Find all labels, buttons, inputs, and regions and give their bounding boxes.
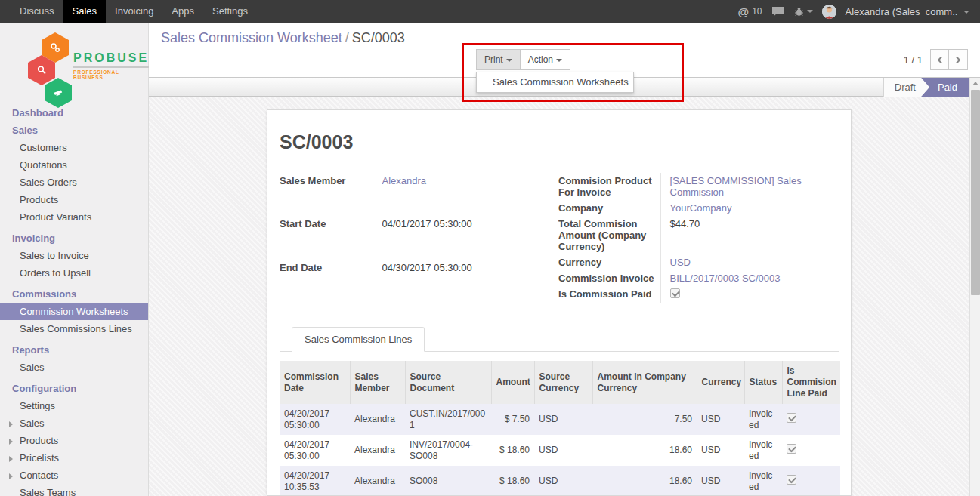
- caret-down-icon: [807, 10, 813, 13]
- pager-counter: 1 / 1: [904, 54, 923, 66]
- left-field-group: Sales Member Alexandra Start Date 04/01/…: [280, 173, 551, 303]
- sidebar-item-sales-orders[interactable]: Sales Orders: [0, 174, 148, 191]
- top-navbar: Discuss Sales Invoicing Apps Settings @ …: [0, 0, 980, 23]
- action-button-group: Print Action: [476, 49, 570, 70]
- mention-count: 10: [752, 6, 762, 17]
- sidebar-item-products[interactable]: Products: [0, 191, 148, 208]
- topbar-right: @ 10 Alexandra (Sales_comm..: [738, 0, 980, 23]
- action-button[interactable]: Action: [521, 49, 570, 70]
- breadcrumb-current: SC/0003: [352, 30, 405, 45]
- chevron-right-icon: [9, 421, 13, 427]
- form-sheet: SC/0003 Sales Member Alexandra Start Dat…: [267, 109, 852, 496]
- at-icon: @: [738, 5, 750, 18]
- field-groups: Sales Member Alexandra Start Date 04/01/…: [280, 173, 839, 303]
- vertical-scrollbar: [969, 78, 980, 496]
- table-row[interactable]: 04/20/2017 05:30:00 Alexandra CUST.IN/20…: [280, 404, 840, 435]
- page: Discuss Sales Invoicing Apps Settings @ …: [0, 0, 980, 496]
- dropdown-item-sales-commission-worksheets[interactable]: Sales Commission Worksheets: [493, 76, 629, 88]
- sidebar-item-reports-sales[interactable]: Sales: [0, 359, 148, 376]
- field-company: Company YourCompany: [551, 200, 839, 216]
- sidebar-item-sales-to-invoice[interactable]: Sales to Invoice: [0, 247, 148, 264]
- caret-down-icon: [506, 59, 512, 62]
- probuse-logo[interactable]: PROBUSE PROFESSIONAL BUSINESS: [0, 29, 148, 97]
- tab-sales-commission-lines[interactable]: Sales Commission Lines: [292, 327, 425, 352]
- end-date-value: 04/30/2017 05:30:00: [373, 260, 551, 303]
- content-area: SC/0003 Sales Member Alexandra Start Dat…: [149, 97, 969, 496]
- sidebar-item-configuration[interactable]: Configuration: [0, 380, 148, 397]
- sidebar-item-config-pricelists[interactable]: Pricelists: [0, 449, 148, 467]
- line-paid-checkbox: [787, 444, 796, 454]
- menu-discuss[interactable]: Discuss: [11, 0, 63, 23]
- debug-icon[interactable]: [794, 7, 813, 17]
- sidebar-item-sales[interactable]: Sales: [0, 122, 148, 139]
- breadcrumb: Sales Commission Worksheet/SC/0003: [161, 30, 405, 46]
- right-field-group: Commision Product For Invoice [SALES COM…: [551, 173, 839, 303]
- scrollbar-up-button[interactable]: [970, 78, 980, 89]
- line-paid-checkbox: [787, 475, 796, 485]
- user-menu[interactable]: Alexandra (Sales_comm..: [846, 6, 969, 17]
- messages-icon[interactable]: [771, 6, 785, 17]
- sidebar-item-sales-teams[interactable]: Sales Teams: [0, 484, 148, 496]
- sidebar-item-dashboard[interactable]: Dashboard: [0, 104, 148, 122]
- sidebar-item-commissions[interactable]: Commissions: [0, 285, 148, 303]
- caret-down-icon: [963, 11, 969, 14]
- chevron-right-icon: [9, 473, 13, 479]
- line-paid-checkbox: [787, 413, 796, 423]
- field-is-commission-paid: Is Commission Paid: [551, 286, 839, 303]
- pager-next-button[interactable]: [949, 49, 968, 70]
- table-row[interactable]: 04/20/2017 05:30:00 Alexandra INV/2017/0…: [280, 435, 840, 466]
- sidebar-item-commission-worksheets[interactable]: Commission Worksheets: [0, 303, 148, 320]
- chevron-right-icon: [9, 439, 13, 445]
- sidebar-item-reports[interactable]: Reports: [0, 341, 148, 359]
- sidebar-item-orders-to-upsell[interactable]: Orders to Upsell: [0, 264, 148, 282]
- field-commission-invoice: Commission Invoice BILL/2017/0003 SC/000…: [551, 270, 839, 286]
- mentions-button[interactable]: @ 10: [738, 5, 762, 18]
- commission-product-link[interactable]: [SALES COMMISSION] Sales Commission: [670, 175, 802, 198]
- caret-down-icon: [556, 59, 562, 62]
- notebook-tabs: Sales Commission Lines: [280, 327, 839, 352]
- breadcrumb-separator: /: [342, 30, 352, 45]
- statusbar: Draft Paid: [883, 78, 969, 97]
- field-total-commision-amount: Total Commision Amount (Company Currency…: [551, 216, 839, 254]
- pager-previous-button[interactable]: [930, 49, 949, 70]
- field-end-date: End Date 04/30/2017 05:30:00: [280, 260, 551, 303]
- menu-sales[interactable]: Sales: [63, 0, 107, 23]
- sidebar: PROBUSE PROFESSIONAL BUSINESS Dashboard …: [0, 23, 149, 496]
- chevron-right-icon: [9, 456, 13, 462]
- logo-hexagon-tool: [45, 78, 72, 108]
- sidebar-item-sales-commissions-lines[interactable]: Sales Commissions Lines: [0, 320, 148, 337]
- sidebar-item-config-settings[interactable]: Settings: [0, 397, 148, 414]
- field-sales-member: Sales Member Alexandra: [280, 173, 551, 216]
- sales-member-link[interactable]: Alexandra: [382, 175, 427, 186]
- logo-text: PROBUSE PROFESSIONAL BUSINESS: [73, 51, 149, 80]
- start-date-value: 04/01/2017 05:30:00: [373, 216, 551, 259]
- status-draft[interactable]: Draft: [883, 78, 929, 97]
- menu-invoicing[interactable]: Invoicing: [106, 0, 162, 23]
- record-title: SC/0003: [280, 131, 839, 153]
- logo-tagline: PROFESSIONAL BUSINESS: [73, 69, 149, 80]
- sidebar-item-product-variants[interactable]: Product Variants: [0, 208, 148, 226]
- menu-settings[interactable]: Settings: [203, 0, 257, 23]
- pager: 1 / 1: [904, 49, 968, 70]
- sidebar-item-config-contacts[interactable]: Contacts: [0, 467, 148, 484]
- sidebar-item-quotations[interactable]: Quotations: [0, 156, 148, 174]
- sidebar-item-config-products[interactable]: Products: [0, 432, 148, 449]
- table-row[interactable]: 04/20/2017 10:35:53 Alexandra SO008 $ 18…: [280, 466, 840, 496]
- field-currency: Currency USD: [551, 254, 839, 270]
- sidebar-item-customers[interactable]: Customers: [0, 139, 148, 156]
- print-button[interactable]: Print: [476, 49, 521, 70]
- table-header-row: Commission Date Sales Member Source Docu…: [280, 361, 840, 404]
- breadcrumb-parent-link[interactable]: Sales Commission Worksheet: [161, 30, 342, 45]
- field-commision-product: Commision Product For Invoice [SALES COM…: [551, 173, 839, 200]
- currency-link[interactable]: USD: [670, 257, 691, 268]
- field-start-date: Start Date 04/01/2017 05:30:00: [280, 216, 551, 259]
- avatar[interactable]: [822, 5, 836, 19]
- commission-invoice-link[interactable]: BILL/2017/0003 SC/0003: [670, 273, 781, 284]
- sidebar-item-invoicing[interactable]: Invoicing: [0, 230, 148, 247]
- company-link[interactable]: YourCompany: [670, 202, 732, 214]
- scrollbar-thumb[interactable]: [971, 90, 980, 295]
- menu-apps[interactable]: Apps: [162, 0, 203, 23]
- chevron-right-icon: [954, 57, 961, 64]
- print-dropdown-menu: Sales Commission Worksheets: [476, 72, 634, 93]
- sidebar-item-config-sales[interactable]: Sales: [0, 414, 148, 432]
